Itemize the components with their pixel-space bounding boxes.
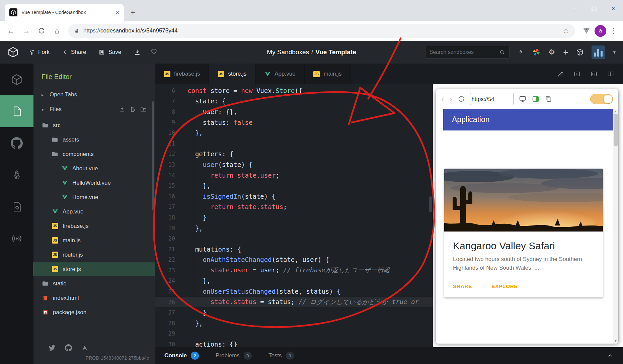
expand-console-chevron-icon[interactable] xyxy=(607,352,614,359)
code-line-11[interactable]: 11 xyxy=(155,138,433,149)
editor-tab-App.vue[interactable]: App.vue xyxy=(255,64,304,84)
code-line-6[interactable]: 6const store = new Vuex.Store({ xyxy=(155,85,433,96)
scroll-down-icon[interactable]: ▼ xyxy=(614,339,617,343)
forward-button[interactable]: → xyxy=(19,23,33,38)
new-folder-icon[interactable] xyxy=(141,107,146,112)
code-line-15[interactable]: 15 }, xyxy=(155,180,433,191)
code-line-28[interactable]: 28 }, xyxy=(155,318,433,329)
scroll-thumb[interactable] xyxy=(614,114,618,146)
rail-deployment-rocket-icon[interactable] xyxy=(0,159,33,191)
duplicate-window-icon[interactable] xyxy=(545,95,552,103)
editor-scrollbar-thumb[interactable] xyxy=(429,196,432,212)
codesandbox-logo-icon[interactable] xyxy=(7,47,19,58)
bookmark-star-icon[interactable]: ☆ xyxy=(563,27,569,35)
open-in-browser-icon[interactable] xyxy=(519,95,527,103)
sandbox-search[interactable] xyxy=(425,46,510,59)
code-line-10[interactable]: 10 }, xyxy=(155,127,433,138)
editor-tab-firebase.js[interactable]: JSfirebase.js xyxy=(155,64,209,84)
minimize-button[interactable]: – xyxy=(565,0,584,17)
tree-item-package.json[interactable]: package.json xyxy=(33,305,155,320)
address-bar[interactable]: https://codesandbox.io/s/54n9575y44 ☆ xyxy=(68,24,575,38)
fork-button[interactable]: Fork xyxy=(29,49,50,56)
tree-item-firebase.js[interactable]: JSfirebase.js xyxy=(33,219,155,233)
tree-item-assets[interactable]: assets xyxy=(33,132,155,147)
user-menu-caret-icon[interactable]: ▾ xyxy=(613,49,616,55)
tree-item-HelloWorld.vue[interactable]: HelloWorld.vue xyxy=(33,176,155,190)
code-editor[interactable]: 6const store = new Vuex.Store({7 state: … xyxy=(155,84,433,347)
home-button[interactable]: ⌂ xyxy=(50,23,64,38)
sandbox-pinwheel-icon[interactable] xyxy=(532,48,541,57)
tree-item-src[interactable]: src xyxy=(33,118,155,132)
save-button[interactable]: Save xyxy=(99,49,121,56)
tab-close-icon[interactable]: × xyxy=(115,9,119,16)
code-line-17[interactable]: 17 return state.status; xyxy=(155,202,433,212)
code-line-27[interactable]: 27 } xyxy=(155,307,433,318)
statusbar-tab-problems[interactable]: Problems0 xyxy=(216,352,252,360)
file-panel-scrollbar[interactable] xyxy=(152,101,154,210)
console-toggle-icon[interactable] xyxy=(590,71,598,77)
share-action-button[interactable]: SHARE xyxy=(453,283,472,289)
editor-tab-main.js[interactable]: JSmain.js xyxy=(305,64,351,84)
code-line-9[interactable]: 9 status: false xyxy=(155,117,433,128)
files-section[interactable]: ▾ Files xyxy=(33,102,155,117)
code-line-21[interactable]: 21 mutations: { xyxy=(155,244,433,255)
preview-refresh-icon[interactable] xyxy=(458,95,465,103)
settings-gear-icon[interactable]: ⚙ xyxy=(549,49,555,56)
code-line-29[interactable]: 29 xyxy=(155,329,433,339)
prettify-pencil-icon[interactable] xyxy=(557,71,564,77)
code-line-25[interactable]: 25 onUserStatusChanged(state, status) { xyxy=(155,286,433,297)
code-line-12[interactable]: 12 getters: { xyxy=(155,149,433,160)
code-line-20[interactable]: 20 xyxy=(155,233,433,244)
code-line-13[interactable]: 13 user(state) { xyxy=(155,159,433,170)
breadcrumb-parent[interactable]: My Sandboxes xyxy=(267,49,309,56)
reload-button[interactable] xyxy=(34,23,49,38)
browser-profile-avatar[interactable]: a xyxy=(595,25,606,37)
code-line-18[interactable]: 18 } xyxy=(155,212,433,223)
code-line-26[interactable]: 26 state.status = status; // ログインしているかどう… xyxy=(155,297,433,307)
code-line-23[interactable]: 23 state.user = user; // firebaseが返したユーザ… xyxy=(155,265,433,276)
tree-item-components[interactable]: components xyxy=(33,147,155,161)
tree-item-main.js[interactable]: JSmain.js xyxy=(33,233,155,248)
preview-back-icon[interactable]: ‹ xyxy=(441,94,444,104)
scroll-track[interactable] xyxy=(614,113,618,339)
search-input[interactable] xyxy=(430,49,497,55)
download-icon[interactable] xyxy=(134,49,141,56)
split-view-icon[interactable] xyxy=(607,71,614,77)
preview-forward-icon[interactable]: › xyxy=(449,94,452,104)
like-heart-icon[interactable]: ♡ xyxy=(151,48,157,56)
explore-action-button[interactable]: EXPLORE xyxy=(491,283,518,289)
statusbar-tab-console[interactable]: Console2 xyxy=(164,352,199,360)
twitter-icon[interactable] xyxy=(48,345,56,351)
new-sandbox-icon[interactable]: + xyxy=(563,48,568,57)
browser-menu-icon[interactable]: ⋮ xyxy=(607,27,620,35)
editor-tab-store.js[interactable]: JSstore.js xyxy=(209,64,255,84)
vue-devtools-extension-icon[interactable] xyxy=(579,23,594,38)
responsive-split-icon[interactable] xyxy=(532,95,540,103)
pen-nib-icon[interactable] xyxy=(81,345,88,351)
maximize-button[interactable] xyxy=(584,0,604,17)
rail-github-icon[interactable] xyxy=(0,127,33,159)
tree-item-About.vue[interactable]: About.vue xyxy=(33,161,155,176)
preview-scrollbar[interactable]: ▲ ▼ xyxy=(613,109,618,344)
rail-project-icon[interactable] xyxy=(0,64,33,95)
code-line-16[interactable]: 16 isSignedIn(state) { xyxy=(155,191,433,202)
tree-item-index.html[interactable]: index.html xyxy=(33,291,155,305)
back-button[interactable]: ← xyxy=(3,23,18,38)
code-line-14[interactable]: 14 return state.user; xyxy=(155,170,433,181)
dependencies-cube-icon[interactable] xyxy=(576,49,583,56)
close-button[interactable]: × xyxy=(604,0,623,17)
new-file-icon[interactable] xyxy=(130,107,135,112)
open-tabs-section[interactable]: ▸ Open Tabs xyxy=(33,87,155,102)
trending-flame-icon[interactable] xyxy=(518,49,524,56)
upload-icon[interactable] xyxy=(120,107,125,112)
code-line-8[interactable]: 8 user: {}, xyxy=(155,106,433,117)
tree-item-static[interactable]: static xyxy=(33,276,155,291)
code-line-30[interactable]: 30 actions: {} xyxy=(155,339,433,347)
preview-url-input[interactable] xyxy=(472,96,512,102)
new-tab-button[interactable]: + xyxy=(127,7,139,18)
tree-item-Home.vue[interactable]: Home.vue xyxy=(33,190,155,204)
statusbar-tab-tests[interactable]: Tests0 xyxy=(268,352,294,360)
rail-live-broadcast-icon[interactable] xyxy=(0,222,33,254)
code-line-24[interactable]: 24 }, xyxy=(155,276,433,286)
code-line-22[interactable]: 22 onAuthStateChanged(state, user) { xyxy=(155,255,433,265)
